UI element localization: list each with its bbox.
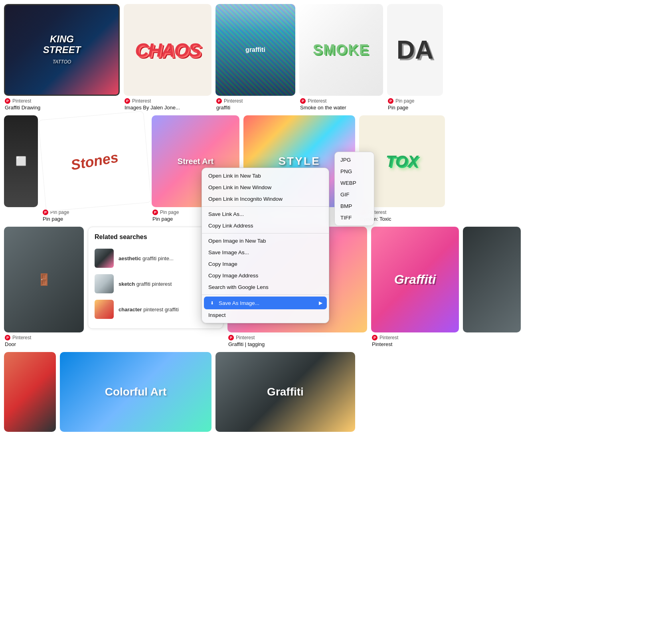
submenu-tiff[interactable]: TIFF xyxy=(335,212,374,223)
related-item-text-sketch: sketch graffiti pinterest xyxy=(119,281,172,287)
card-graffiti-drawing[interactable]: KINGSTREETTATTOO P Pinterest Graffiti Dr… xyxy=(4,4,120,111)
ctx-inspect-label: Inspect xyxy=(208,312,226,318)
card-image-pink-graffiti: Graffiti xyxy=(371,227,459,332)
pinterest-icon-3: P xyxy=(216,98,222,104)
related-item-sketch[interactable]: sketch graffiti pinterest xyxy=(95,271,217,297)
ctx-inspect[interactable]: Inspect xyxy=(202,309,329,321)
card-image-da: DA xyxy=(387,4,443,96)
ctx-copy-image-address-label: Copy Image Address xyxy=(208,273,258,279)
card-source-label-chaos: Pinterest xyxy=(132,98,151,104)
card-image-graffiti-room: graffiti xyxy=(215,4,295,96)
card-source-pink-graffiti: P Pinterest xyxy=(372,335,458,340)
context-menu: Open Link in New Tab Open Link in New Wi… xyxy=(202,168,329,323)
related-thumb-sketch xyxy=(95,274,114,293)
card-title-da: Pin page xyxy=(388,105,442,111)
related-thumb-aesthetic xyxy=(95,249,114,268)
ctx-save-image-as-label: Save Image As... xyxy=(208,249,249,255)
card-title-chaos: Images By Jalen Jone... xyxy=(125,105,211,111)
format-submenu: JPG PNG WEBP GIF BMP TIFF xyxy=(334,152,374,226)
submenu-bmp[interactable]: BMP xyxy=(335,200,374,212)
ctx-separator-1 xyxy=(202,206,329,207)
gallery-row-4: Colorful Art Graffiti xyxy=(4,352,668,432)
card-title-tag-red: Pin page xyxy=(43,216,147,222)
card-source-label-door: Pinterest xyxy=(12,335,31,340)
ctx-copy-image[interactable]: Copy Image xyxy=(202,258,329,270)
card-image-row4-gray: Graffiti xyxy=(215,352,355,432)
card-image-partial-left: ⬜ xyxy=(4,115,38,207)
card-tag-red[interactable]: Stones P Pin page Pin page xyxy=(42,115,148,223)
pinterest-icon-11: P xyxy=(228,335,234,340)
card-source-chaos: P Pinterest xyxy=(125,98,211,104)
card-chaos[interactable]: CHAOS P Pinterest Images By Jalen Jone..… xyxy=(124,4,211,111)
submenu-webp[interactable]: WEBP xyxy=(335,177,374,189)
submenu-jpg[interactable]: JPG xyxy=(335,154,374,166)
ctx-save-link-as-label: Save Link As... xyxy=(208,211,244,217)
submenu-gif[interactable]: GIF xyxy=(335,189,374,200)
card-row4-gray[interactable]: Graffiti xyxy=(215,352,355,432)
ctx-copy-link-address[interactable]: Copy Link Address xyxy=(202,220,329,231)
ctx-open-new-tab[interactable]: Open Link in New Tab xyxy=(202,170,329,182)
card-meta-graffiti-drawing: P Pinterest Graffiti Drawing xyxy=(4,96,120,111)
card-row4-colorful[interactable]: Colorful Art xyxy=(60,352,211,432)
ctx-separator-2 xyxy=(202,233,329,233)
card-image-graffiti-drawing: KINGSTREETTATTOO xyxy=(4,4,120,96)
card-meta-smoke: P Pinterest Smoke on the water xyxy=(299,96,383,111)
card-right-partial xyxy=(463,227,521,332)
card-smoke[interactable]: SMOKE P Pinterest Smoke on the water xyxy=(299,4,383,111)
card-image-right-partial xyxy=(463,227,521,332)
ctx-open-incognito-label: Open Link in Incognito Window xyxy=(208,196,283,202)
card-title-pink-graffiti: Pinterest xyxy=(372,341,458,347)
card-image-smoke: SMOKE xyxy=(299,4,383,96)
card-meta-door: P Pinterest Door xyxy=(4,332,84,348)
gallery-row-3: 🚪 P Pinterest Door Related searches aest… xyxy=(4,227,668,348)
ctx-copy-link-address-label: Copy Link Address xyxy=(208,223,253,229)
related-item-character[interactable]: character pinterest graffiti xyxy=(95,297,217,322)
pinterest-icon-2: P xyxy=(125,98,130,104)
ctx-open-incognito[interactable]: Open Link in Incognito Window xyxy=(202,193,329,205)
related-item-text-aesthetic: aesthetic graffiti pinte... xyxy=(119,255,174,261)
card-da[interactable]: DA P Pin page Pin page xyxy=(387,4,443,111)
card-meta-tagging: P Pinterest Graffiti | tagging xyxy=(227,332,367,348)
card-source-label-da: Pin page xyxy=(395,98,414,104)
card-graffiti-room[interactable]: graffiti P Pinterest graffiti xyxy=(215,4,295,111)
pinterest-icon-10: P xyxy=(5,335,10,340)
ctx-save-link-as[interactable]: Save Link As... xyxy=(202,208,329,220)
ctx-open-image-new-tab[interactable]: Open Image in New Tab xyxy=(202,235,329,247)
card-source-label: Pinterest xyxy=(12,98,31,104)
card-source-smoke: P Pinterest xyxy=(300,98,382,104)
ctx-separator-3 xyxy=(202,295,329,295)
card-image-door: 🚪 xyxy=(4,227,84,332)
ctx-save-image-as[interactable]: Save Image As... xyxy=(202,247,329,258)
card-title-graffiti-drawing: Graffiti Drawing xyxy=(5,105,119,111)
ctx-copy-image-address[interactable]: Copy Image Address xyxy=(202,270,329,281)
ctx-search-google-lens-label: Search with Google Lens xyxy=(208,284,269,290)
ctx-open-new-window-label: Open Link in New Window xyxy=(208,184,271,190)
card-title-graffiti-room: graffiti xyxy=(216,105,294,111)
card-partial-left: ⬜ xyxy=(4,115,38,207)
card-source-label-smoke: Pinterest xyxy=(308,98,326,104)
gallery-container: KINGSTREETTATTOO P Pinterest Graffiti Dr… xyxy=(0,0,672,440)
card-source-tagging: P Pinterest xyxy=(228,335,366,340)
card-pink-graffiti[interactable]: Graffiti P Pinterest Pinterest xyxy=(371,227,459,348)
ctx-search-google-lens[interactable]: Search with Google Lens xyxy=(202,281,329,293)
card-source-door: P Pinterest xyxy=(5,335,83,340)
card-image-row4-colorful: Colorful Art xyxy=(60,352,211,432)
ctx-save-as-image[interactable]: ⬇ Save As Image... ▶ xyxy=(204,297,327,309)
card-image-row4-partial xyxy=(4,352,56,432)
ctx-open-new-window[interactable]: Open Link in New Window xyxy=(202,182,329,193)
related-item-aesthetic[interactable]: aesthetic graffiti pinte... xyxy=(95,245,217,271)
submenu-png[interactable]: PNG xyxy=(335,166,374,177)
ctx-submenu-arrow: ▶ xyxy=(319,300,322,306)
ctx-save-as-image-icon: ⬇ xyxy=(208,299,215,307)
related-thumb-character xyxy=(95,300,114,319)
card-source-label-tagging: Pinterest xyxy=(236,335,255,340)
card-source-da: P Pin page xyxy=(388,98,442,104)
card-title-smoke: Smoke on the water xyxy=(300,105,382,111)
card-door[interactable]: 🚪 P Pinterest Door xyxy=(4,227,84,348)
related-item-text-character: character pinterest graffiti xyxy=(119,307,179,312)
ctx-open-new-tab-label: Open Link in New Tab xyxy=(208,173,261,179)
card-source-graffiti-drawing: P Pinterest xyxy=(5,98,119,104)
pinterest-icon-4: P xyxy=(300,98,306,104)
ctx-save-as-image-label: Save As Image... xyxy=(219,300,259,306)
card-image-chaos: CHAOS xyxy=(124,4,211,96)
